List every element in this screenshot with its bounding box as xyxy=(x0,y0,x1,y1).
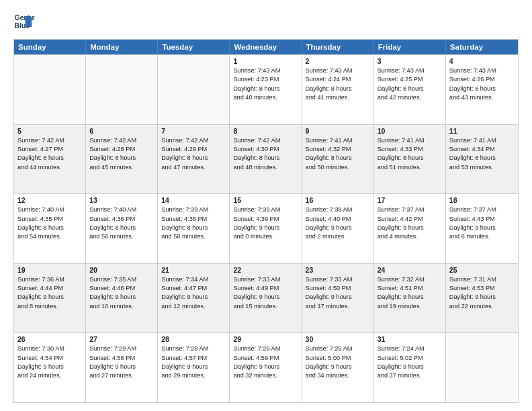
calendar-row: 1Sunrise: 7:43 AMSunset: 4:23 PMDaylight… xyxy=(14,54,518,124)
cell-line: Sunset: 4:43 PM xyxy=(449,215,515,224)
logo-icon: General Blue xyxy=(13,11,35,32)
calendar-cell: 22Sunrise: 7:33 AMSunset: 4:49 PMDayligh… xyxy=(230,264,302,333)
cell-line: Sunrise: 7:41 AM xyxy=(378,136,442,145)
cell-line: Sunrise: 7:39 AM xyxy=(161,205,226,214)
cell-line: Sunset: 4:50 PM xyxy=(306,284,370,293)
calendar-row: 12Sunrise: 7:40 AMSunset: 4:35 PMDayligh… xyxy=(14,193,518,263)
day-number: 27 xyxy=(89,335,154,343)
cell-line: Sunset: 4:49 PM xyxy=(233,284,298,293)
calendar-cell xyxy=(446,333,518,402)
cell-line: Daylight: 9 hours xyxy=(17,363,82,371)
cell-line: and 10 minutes. xyxy=(89,302,154,311)
calendar-cell: 24Sunrise: 7:32 AMSunset: 4:51 PMDayligh… xyxy=(374,264,446,333)
day-number: 11 xyxy=(449,127,515,135)
day-number: 23 xyxy=(306,266,370,274)
cell-line: and 22 minutes. xyxy=(449,302,515,311)
cell-line: Sunset: 4:40 PM xyxy=(306,215,370,224)
day-number: 24 xyxy=(378,266,442,274)
cell-line: Sunset: 4:53 PM xyxy=(449,284,515,293)
cell-line: Sunrise: 7:30 AM xyxy=(17,345,82,353)
calendar-cell: 21Sunrise: 7:34 AMSunset: 4:47 PMDayligh… xyxy=(158,264,230,333)
cell-line: Daylight: 9 hours xyxy=(161,293,226,302)
header: General Blue xyxy=(13,11,519,32)
calendar-header-cell: Sunday xyxy=(14,40,86,54)
day-number: 7 xyxy=(161,127,226,135)
cell-line: Sunrise: 7:35 AM xyxy=(89,275,154,284)
day-number: 5 xyxy=(17,127,82,135)
cell-line: Sunset: 4:29 PM xyxy=(161,145,226,154)
cell-line: Sunset: 4:59 PM xyxy=(233,354,298,363)
cell-line: Sunset: 4:39 PM xyxy=(233,215,298,224)
day-number: 1 xyxy=(233,57,298,65)
calendar-cell: 3Sunrise: 7:43 AMSunset: 4:25 PMDaylight… xyxy=(374,55,446,124)
cell-line: Sunrise: 7:34 AM xyxy=(161,275,226,284)
cell-line: Sunset: 4:51 PM xyxy=(378,284,442,293)
calendar-cell: 19Sunrise: 7:36 AMSunset: 4:44 PMDayligh… xyxy=(14,264,86,333)
cell-line: Daylight: 8 hours xyxy=(233,154,298,163)
calendar-header-cell: Friday xyxy=(374,40,446,54)
cell-line: Sunrise: 7:43 AM xyxy=(378,66,442,75)
calendar-cell: 2Sunrise: 7:43 AMSunset: 4:24 PMDaylight… xyxy=(302,55,374,124)
cell-line: Sunset: 4:23 PM xyxy=(233,75,298,84)
calendar-cell: 27Sunrise: 7:29 AMSunset: 4:56 PMDayligh… xyxy=(86,333,158,402)
cell-line: Sunrise: 7:38 AM xyxy=(306,205,370,214)
cell-line: Daylight: 8 hours xyxy=(161,154,226,163)
cell-line: and 43 minutes. xyxy=(449,93,515,102)
cell-line: Sunrise: 7:43 AM xyxy=(233,66,298,75)
day-number: 17 xyxy=(378,196,442,204)
cell-line: Daylight: 8 hours xyxy=(306,154,370,163)
cell-line: Sunset: 4:42 PM xyxy=(378,215,442,224)
cell-line: Sunset: 4:44 PM xyxy=(17,284,82,293)
cell-line: Sunrise: 7:41 AM xyxy=(306,136,370,145)
cell-line: and 4 minutes. xyxy=(378,232,442,241)
cell-line: Sunrise: 7:42 AM xyxy=(233,136,298,145)
cell-line: Sunrise: 7:26 AM xyxy=(233,345,298,353)
calendar-body: 1Sunrise: 7:43 AMSunset: 4:23 PMDaylight… xyxy=(14,54,518,402)
cell-line: Sunrise: 7:25 AM xyxy=(306,345,370,353)
calendar-header-cell: Tuesday xyxy=(158,40,230,54)
calendar-cell: 29Sunrise: 7:26 AMSunset: 4:59 PMDayligh… xyxy=(230,333,302,402)
calendar-row: 26Sunrise: 7:30 AMSunset: 4:54 PMDayligh… xyxy=(14,332,518,402)
day-number: 10 xyxy=(378,127,442,135)
cell-line: and 34 minutes. xyxy=(306,371,370,380)
cell-line: Sunset: 4:27 PM xyxy=(17,145,82,154)
cell-line: Sunset: 4:56 PM xyxy=(89,354,154,363)
cell-line: Daylight: 9 hours xyxy=(233,363,298,371)
cell-line: Daylight: 9 hours xyxy=(378,293,442,302)
calendar-cell: 28Sunrise: 7:28 AMSunset: 4:57 PMDayligh… xyxy=(158,333,230,402)
cell-line: Sunset: 4:28 PM xyxy=(89,145,154,154)
cell-line: and 40 minutes. xyxy=(233,93,298,102)
calendar-cell: 13Sunrise: 7:40 AMSunset: 4:36 PMDayligh… xyxy=(86,194,158,263)
cell-line: Daylight: 8 hours xyxy=(17,224,82,232)
cell-line: Sunset: 4:57 PM xyxy=(161,354,226,363)
calendar-cell: 17Sunrise: 7:37 AMSunset: 4:42 PMDayligh… xyxy=(374,194,446,263)
cell-line: Sunrise: 7:36 AM xyxy=(17,275,82,284)
cell-line: and 24 minutes. xyxy=(17,371,82,380)
cell-line: Sunrise: 7:32 AM xyxy=(378,275,442,284)
cell-line: Daylight: 8 hours xyxy=(89,224,154,232)
cell-line: Sunrise: 7:42 AM xyxy=(17,136,82,145)
cell-line: Daylight: 9 hours xyxy=(17,293,82,302)
cell-line: Daylight: 9 hours xyxy=(306,224,370,232)
calendar-cell: 12Sunrise: 7:40 AMSunset: 4:35 PMDayligh… xyxy=(14,194,86,263)
cell-line: and 47 minutes. xyxy=(161,163,226,172)
cell-line: and 51 minutes. xyxy=(378,163,442,172)
cell-line: Sunrise: 7:29 AM xyxy=(89,345,154,353)
day-number: 13 xyxy=(89,196,154,204)
cell-line: Daylight: 9 hours xyxy=(161,363,226,371)
cell-line: and 53 minutes. xyxy=(449,163,515,172)
calendar-cell: 1Sunrise: 7:43 AMSunset: 4:23 PMDaylight… xyxy=(230,55,302,124)
cell-line: Sunset: 4:24 PM xyxy=(306,75,370,84)
calendar-cell: 30Sunrise: 7:25 AMSunset: 5:00 PMDayligh… xyxy=(302,333,374,402)
cell-line: Sunrise: 7:41 AM xyxy=(449,136,515,145)
cell-line: Sunrise: 7:31 AM xyxy=(449,275,515,284)
cell-line: Daylight: 8 hours xyxy=(17,154,82,163)
day-number: 18 xyxy=(449,196,515,204)
calendar-cell xyxy=(86,55,158,124)
day-number: 22 xyxy=(233,266,298,274)
day-number: 28 xyxy=(161,335,226,343)
calendar-row: 5Sunrise: 7:42 AMSunset: 4:27 PMDaylight… xyxy=(14,124,518,194)
calendar-cell: 8Sunrise: 7:42 AMSunset: 4:30 PMDaylight… xyxy=(230,125,302,194)
cell-line: Sunset: 4:34 PM xyxy=(449,145,515,154)
day-number: 16 xyxy=(306,196,370,204)
